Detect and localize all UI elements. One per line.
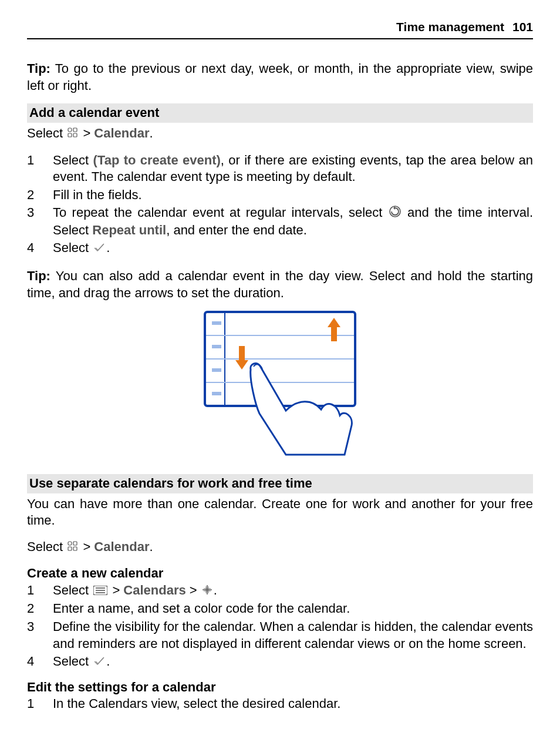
edit-step-1: In the Calendars view, select the desire…: [27, 696, 533, 713]
svg-rect-22: [73, 547, 77, 550]
svg-rect-11: [212, 321, 221, 325]
create-step-3: Define the visibility for the calendar. …: [27, 619, 533, 652]
section-b-intro: You can have more than one calendar. Cre…: [27, 496, 533, 529]
tip-text: To go to the previous or next day, week,…: [27, 61, 533, 93]
select-calendar-line-1: Select > Calendar.: [27, 125, 533, 142]
steps-add-event: Select (Tap to create event), or if ther…: [27, 152, 533, 257]
svg-rect-14: [212, 392, 221, 395]
tip-paragraph-2: Tip: You can also add a calendar event i…: [27, 268, 533, 301]
step-1: Select (Tap to create event), or if ther…: [27, 152, 533, 186]
select-suffix: .: [150, 126, 153, 140]
create-step-1: Select > Calendars > .: [27, 582, 533, 599]
page-number: 101: [512, 20, 533, 33]
subheading-edit-calendar: Edit the settings for a calendar: [27, 679, 533, 696]
checkmark-icon: [93, 654, 105, 671]
apps-grid-icon: [68, 126, 78, 143]
svg-rect-15: [239, 346, 245, 360]
apps-grid-icon: [68, 539, 78, 556]
create-step-2: Enter a name, and set a color code for t…: [27, 600, 533, 617]
tip-paragraph-1: Tip: To go to the previous or next day, …: [27, 61, 533, 94]
checkmark-icon: [93, 240, 105, 257]
page-header: Time management 101: [27, 19, 533, 39]
steps-create-calendar: Select > Calendars > . Enter a name, and…: [27, 582, 533, 671]
menu-lines-icon: [93, 583, 107, 600]
step-3: To repeat the calendar event at regular …: [27, 204, 533, 239]
select-prefix: Select: [27, 126, 66, 140]
svg-rect-1: [73, 128, 77, 132]
subheading-create-calendar: Create a new calendar: [27, 565, 533, 582]
step-2: Fill in the fields.: [27, 187, 533, 204]
select-calendar-line-2: Select > Calendar.: [27, 539, 533, 556]
step-4: Select .: [27, 240, 533, 257]
svg-rect-19: [68, 542, 72, 545]
svg-rect-12: [212, 345, 221, 348]
calendar-label: Calendar: [94, 126, 149, 140]
svg-rect-18: [331, 327, 337, 341]
header-title: Time management: [396, 20, 504, 33]
plus-icon: [202, 583, 212, 600]
tip-label: Tip:: [27, 61, 50, 76]
steps-edit-calendar: In the Calendars view, select the desire…: [27, 696, 533, 713]
svg-rect-0: [68, 128, 72, 132]
svg-rect-20: [73, 542, 77, 545]
section-heading-separate-calendars: Use separate calendars for work and free…: [27, 474, 533, 493]
tip-text-2: You can also add a calendar event in the…: [27, 268, 533, 300]
select-midfix: >: [83, 126, 94, 140]
svg-rect-2: [68, 133, 72, 137]
repeat-icon: [389, 205, 401, 222]
drag-illustration: [27, 311, 533, 458]
create-step-4: Select .: [27, 653, 533, 670]
svg-rect-13: [212, 368, 221, 372]
section-heading-add-event: Add a calendar event: [27, 103, 533, 123]
svg-rect-21: [68, 547, 72, 550]
svg-rect-3: [73, 133, 77, 137]
tip-label-2: Tip:: [27, 268, 50, 283]
